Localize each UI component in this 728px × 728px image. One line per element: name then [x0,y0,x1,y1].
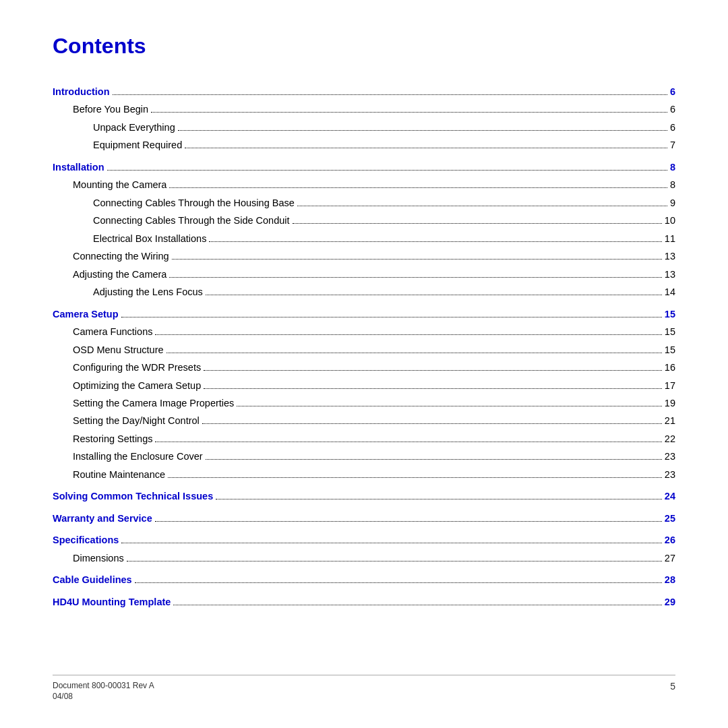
toc-dots [155,334,661,335]
toc-entry[interactable]: Electrical Box Installations11 [53,231,675,246]
toc-dots [121,317,662,317]
toc-page: 15 [665,342,675,357]
toc-entry[interactable]: OSD Menu Structure15 [53,342,675,357]
toc-entry[interactable]: Adjusting the Camera13 [53,267,675,282]
toc-dots [297,206,667,206]
doc-date: 04/08 [53,692,154,701]
toc-label: Configuring the WDR Presets [73,360,201,375]
toc-entry[interactable]: Solving Common Technical Issues24 [53,489,675,504]
toc-entry[interactable]: Routine Maintenance23 [53,467,675,482]
toc-label: Setting the Day/Night Control [73,413,200,428]
toc-dots [293,223,662,224]
toc-entry[interactable]: Connecting Cables Through the Side Condu… [53,213,675,228]
toc-dots [151,112,667,113]
toc-page: 13 [665,249,675,264]
toc-page: 13 [665,267,675,282]
toc-entry[interactable]: Installing the Enclosure Cover23 [53,449,675,464]
toc-dots [178,130,667,131]
toc-label: Mounting the Camera [73,177,166,192]
toc-label: Before You Begin [73,102,148,117]
toc-dots [155,521,662,522]
toc-dots [169,187,667,188]
toc-page: 17 [665,378,675,393]
toc-label: Specifications [53,533,119,547]
toc-dots [155,442,661,442]
toc-page: 8 [670,177,675,192]
toc-entry[interactable]: Mounting the Camera8 [53,177,675,192]
toc-entry[interactable]: Dimensions27 [53,551,675,566]
toc-entry[interactable]: Setting the Day/Night Control21 [53,413,675,428]
table-of-contents: Introduction6Before You Begin6Unpack Eve… [53,78,675,668]
toc-page: 6 [670,102,675,117]
toc-dots [107,170,667,171]
toc-label: Adjusting the Lens Focus [93,284,203,299]
toc-entry[interactable]: Setting the Camera Image Properties19 [53,396,675,411]
toc-page: 6 [670,120,675,135]
toc-page: 23 [665,449,675,464]
toc-entry[interactable]: Before You Begin6 [53,102,675,117]
page-number: 5 [670,681,675,692]
toc-entry[interactable]: Warranty and Service25 [53,511,675,526]
toc-page: 15 [665,324,675,339]
toc-page: 21 [665,413,675,428]
toc-dots [166,353,662,353]
page: Contents Introduction6Before You Begin6U… [0,0,728,728]
toc-dots [202,423,662,424]
toc-dots [206,295,662,295]
toc-dots [185,148,667,148]
toc-dots [206,459,662,460]
toc-entry[interactable]: Configuring the WDR Presets16 [53,360,675,375]
toc-dots [127,561,662,562]
toc-entry[interactable]: HD4U Mounting Template29 [53,595,675,609]
toc-entry[interactable]: Connecting the Wiring13 [53,249,675,264]
toc-page: 23 [665,467,675,482]
toc-entry[interactable]: Specifications26 [53,533,675,547]
toc-dots [172,259,662,260]
toc-label: Optimizing the Camera Setup [73,378,201,393]
toc-label: Cable Guidelines [53,572,132,587]
toc-entry[interactable]: Camera Functions15 [53,324,675,339]
toc-entry[interactable]: Camera Setup15 [53,307,675,322]
toc-dots [168,477,662,478]
toc-dots [204,388,662,389]
doc-number: Document 800-00031 Rev A [53,681,154,690]
toc-entry[interactable]: Unpack Everything6 [53,120,675,135]
toc-entry[interactable]: Cable Guidelines28 [53,572,675,587]
toc-entry[interactable]: Connecting Cables Through the Housing Ba… [53,195,675,210]
toc-page: 9 [670,195,675,210]
toc-entry[interactable]: Adjusting the Lens Focus14 [53,284,675,299]
toc-label: Equipment Required [93,138,182,152]
toc-dots [204,370,662,371]
toc-page: 8 [670,160,675,175]
toc-dots [209,241,661,242]
toc-page: 29 [665,595,675,609]
toc-label: Connecting Cables Through the Housing Ba… [93,195,295,210]
toc-label: OSD Menu Structure [73,342,164,357]
toc-page: 7 [670,138,675,152]
toc-label: Installation [53,160,104,175]
toc-page: 25 [665,511,675,526]
toc-page: 27 [665,551,675,566]
toc-page: 10 [665,213,675,228]
footer: Document 800-00031 Rev A 04/08 5 [53,675,675,701]
toc-dots [237,406,661,406]
toc-page: 26 [665,533,675,547]
toc-label: Connecting Cables Through the Side Condu… [93,213,290,228]
toc-entry[interactable]: Introduction6 [53,84,675,99]
toc-label: Setting the Camera Image Properties [73,396,234,411]
toc-label: Introduction [53,84,110,99]
toc-page: 16 [665,360,675,375]
toc-dots [121,543,662,543]
footer-left: Document 800-00031 Rev A 04/08 [53,681,154,701]
toc-label: Solving Common Technical Issues [53,489,213,504]
toc-entry[interactable]: Optimizing the Camera Setup17 [53,378,675,393]
toc-entry[interactable]: Equipment Required7 [53,138,675,152]
toc-page: 22 [665,431,675,446]
toc-entry[interactable]: Installation8 [53,160,675,175]
toc-page: 14 [665,284,675,299]
toc-entry[interactable]: Restoring Settings22 [53,431,675,446]
toc-page: 24 [665,489,675,504]
toc-label: Warranty and Service [53,511,152,526]
toc-page: 19 [665,396,675,411]
toc-dots [169,277,661,278]
